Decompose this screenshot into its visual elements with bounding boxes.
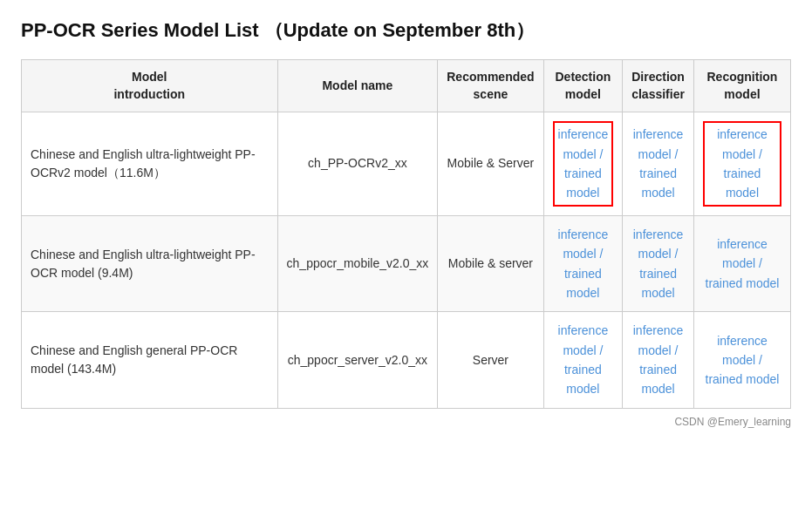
cell-model-name: ch_ppocr_server_v2.0_xx <box>277 312 438 409</box>
cell-direction: inferencemodel /trainedmodel <box>623 312 694 409</box>
detection-links[interactable]: inferencemodel /trainedmodel <box>558 227 609 300</box>
col-header-intro: Modelintroduction <box>22 60 278 112</box>
col-header-scene: Recommendedscene <box>438 60 543 112</box>
cell-detection: inferencemodel /trainedmodel <box>543 215 623 312</box>
detection-links-boxed[interactable]: inferencemodel /trainedmodel <box>553 121 614 207</box>
table-row: Chinese and English ultra-lightweight PP… <box>22 215 791 312</box>
recognition-links[interactable]: inferencemodel /trained model <box>706 334 780 387</box>
col-header-recognition: Recognitionmodel <box>693 60 790 112</box>
cell-recognition: inferencemodel /trained model <box>693 215 790 312</box>
model-table: Modelintroduction Model name Recommended… <box>21 59 791 409</box>
cell-recognition: inferencemodel /trained model <box>693 112 790 216</box>
direction-links[interactable]: inferencemodel /trainedmodel <box>633 227 684 300</box>
detection-links[interactable]: inferencemodel /trainedmodel <box>558 323 609 396</box>
recognition-links-boxed[interactable]: inferencemodel /trained model <box>703 121 781 207</box>
recognition-links[interactable]: inferencemodel /trained model <box>706 237 780 290</box>
col-header-direction: Directionclassifier <box>623 60 694 112</box>
cell-model-name: ch_ppocr_mobile_v2.0_xx <box>277 215 438 312</box>
cell-scene: Server <box>438 312 543 409</box>
cell-scene: Mobile & Server <box>438 112 543 216</box>
direction-links[interactable]: inferencemodel /trainedmodel <box>633 323 684 396</box>
cell-recognition: inferencemodel /trained model <box>693 312 790 409</box>
watermark: CSDN @Emery_learning <box>21 416 791 428</box>
direction-links[interactable]: inferencemodel /trainedmodel <box>633 127 684 200</box>
cell-direction: inferencemodel /trainedmodel <box>623 112 694 216</box>
cell-detection: inferencemodel /trainedmodel <box>543 312 623 409</box>
cell-detection: inferencemodel /trainedmodel <box>543 112 623 216</box>
cell-model-intro: Chinese and English general PP-OCR model… <box>22 312 278 409</box>
table-row: Chinese and English ultra-lightweight PP… <box>22 112 791 216</box>
page-title: PP-OCR Series Model List （Update on Sept… <box>21 17 791 44</box>
cell-model-intro: Chinese and English ultra-lightweight PP… <box>22 215 278 312</box>
col-header-detection: Detectionmodel <box>543 60 623 112</box>
cell-model-intro: Chinese and English ultra-lightweight PP… <box>22 112 278 216</box>
col-header-name: Model name <box>277 60 438 112</box>
cell-model-name: ch_PP-OCRv2_xx <box>277 112 438 216</box>
table-header-row: Modelintroduction Model name Recommended… <box>22 60 791 112</box>
cell-scene: Mobile & server <box>438 215 543 312</box>
table-row: Chinese and English general PP-OCR model… <box>22 312 791 409</box>
cell-direction: inferencemodel /trainedmodel <box>623 215 694 312</box>
